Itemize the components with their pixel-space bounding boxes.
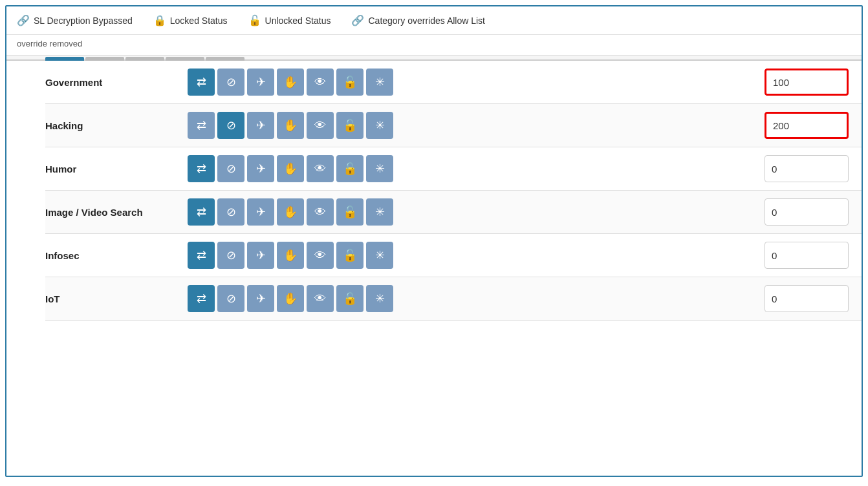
legend-unlocked: 🔓 Unlocked Status [248,14,331,26]
btn-unlock-image-video[interactable]: 🔓 [336,198,363,226]
btn-transfer-infosec[interactable]: ⇄ [188,242,215,269]
btn-transfer-humor[interactable]: ⇄ [188,155,215,182]
subtitle-text: override removed [17,39,82,48]
icon-group-iot: ⇄ ⊘ ✈ ✋ 👁 🔓 ✳ [188,285,765,312]
btn-unlock-hacking[interactable]: 🔓 [336,112,363,139]
btn-eye-iot[interactable]: 👁 [307,285,334,312]
btn-eye-infosec[interactable]: 👁 [307,242,334,269]
btn-block-iot[interactable]: ⊘ [217,285,244,312]
btn-transfer-iot[interactable]: ⇄ [188,285,215,312]
btn-block-infosec[interactable]: ⊘ [217,242,244,269]
value-input-iot[interactable] [765,285,849,312]
tab-3[interactable] [125,57,164,61]
btn-hand-image-video[interactable]: ✋ [277,198,304,226]
btn-eye-government[interactable]: 👁 [307,69,334,96]
tab-bar-inner [45,57,244,61]
row-label-hacking: Hacking [45,120,188,131]
unlocked-icon: 🔓 [248,14,261,26]
icon-group-image-video: ⇄ ⊘ ✈ ✋ 👁 🔓 ✳ [188,198,765,226]
btn-spark-image-video[interactable]: ✳ [366,198,393,226]
btn-unlock-iot[interactable]: 🔓 [336,285,363,312]
btn-airplane-hacking[interactable]: ✈ [247,112,274,139]
locked-label: Locked Status [170,16,228,26]
main-container: 🔗 SL Decryption Bypassed 🔒 Locked Status… [5,5,863,477]
value-input-government[interactable] [765,69,849,96]
btn-block-government[interactable]: ⊘ [217,69,244,96]
table-row: Government ⇄ ⊘ ✈ ✋ 👁 🔓 ✳ [45,61,862,104]
value-input-infosec[interactable] [765,242,849,269]
legend-locked: 🔒 Locked Status [153,14,228,26]
btn-spark-iot[interactable]: ✳ [366,285,393,312]
icon-group-infosec: ⇄ ⊘ ✈ ✋ 👁 🔓 ✳ [188,242,765,269]
table-row: Infosec ⇄ ⊘ ✈ ✋ 👁 🔓 ✳ [45,234,862,277]
btn-block-image-video[interactable]: ⊘ [217,198,244,226]
table-row: Hacking ⇄ ⊘ ✈ ✋ 👁 🔓 ✳ [45,104,862,147]
tab-1[interactable] [45,57,84,61]
row-label-humor: Humor [45,164,188,174]
btn-airplane-image-video[interactable]: ✈ [247,198,274,226]
btn-airplane-government[interactable]: ✈ [247,69,274,96]
btn-spark-government[interactable]: ✳ [366,69,393,96]
btn-airplane-infosec[interactable]: ✈ [247,242,274,269]
value-input-image-video[interactable] [765,198,849,226]
row-label-government: Government [45,77,188,88]
icon-group-hacking: ⇄ ⊘ ✈ ✋ 👁 🔓 ✳ [188,112,765,139]
row-label-iot: IoT [45,293,188,304]
override-icon: 🔗 [351,14,364,26]
row-label-infosec: Infosec [45,250,188,261]
override-label: Category overrides Allow List [368,16,485,26]
legend-bar: 🔗 SL Decryption Bypassed 🔒 Locked Status… [6,6,862,35]
tab-2[interactable] [85,57,124,61]
locked-icon: 🔒 [153,14,166,26]
btn-block-hacking[interactable]: ⊘ [217,112,244,139]
btn-spark-infosec[interactable]: ✳ [366,242,393,269]
btn-eye-image-video[interactable]: 👁 [307,198,334,226]
btn-spark-humor[interactable]: ✳ [366,155,393,182]
category-table: Government ⇄ ⊘ ✈ ✋ 👁 🔓 ✳ Hacking ⇄ ⊘ ✈ ✋… [6,61,862,321]
value-input-humor[interactable] [765,155,849,182]
icon-group-government: ⇄ ⊘ ✈ ✋ 👁 🔓 ✳ [188,69,765,96]
btn-hand-government[interactable]: ✋ [277,69,304,96]
ssl-bypass-label: SL Decryption Bypassed [34,16,133,26]
table-row: Image / Video Search ⇄ ⊘ ✈ ✋ 👁 🔓 ✳ [45,191,862,234]
row-label-image-video: Image / Video Search [45,207,188,218]
legend-ssl-bypass: 🔗 SL Decryption Bypassed [17,14,133,26]
tab-4[interactable] [166,57,204,61]
unlocked-label: Unlocked Status [265,16,331,26]
btn-unlock-infosec[interactable]: 🔓 [336,242,363,269]
icon-group-humor: ⇄ ⊘ ✈ ✋ 👁 🔓 ✳ [188,155,765,182]
btn-block-humor[interactable]: ⊘ [217,155,244,182]
btn-hand-infosec[interactable]: ✋ [277,242,304,269]
btn-airplane-humor[interactable]: ✈ [247,155,274,182]
btn-unlock-humor[interactable]: 🔓 [336,155,363,182]
value-input-hacking[interactable] [765,112,849,139]
table-row: IoT ⇄ ⊘ ✈ ✋ 👁 🔓 ✳ [45,277,862,321]
tab-5[interactable] [206,57,244,61]
btn-eye-humor[interactable]: 👁 [307,155,334,182]
btn-transfer-image-video[interactable]: ⇄ [188,198,215,226]
btn-hand-iot[interactable]: ✋ [277,285,304,312]
legend-override: 🔗 Category overrides Allow List [351,14,485,26]
ssl-bypass-icon: 🔗 [17,14,30,26]
btn-unlock-government[interactable]: 🔓 [336,69,363,96]
btn-airplane-iot[interactable]: ✈ [247,285,274,312]
btn-transfer-government[interactable]: ⇄ [188,69,215,96]
btn-transfer-hacking[interactable]: ⇄ [188,112,215,139]
btn-spark-hacking[interactable]: ✳ [366,112,393,139]
btn-hand-humor[interactable]: ✋ [277,155,304,182]
btn-hand-hacking[interactable]: ✋ [277,112,304,139]
btn-eye-hacking[interactable]: 👁 [307,112,334,139]
subtitle-bar: override removed [6,35,862,56]
tab-bar [6,56,862,61]
table-row: Humor ⇄ ⊘ ✈ ✋ 👁 🔓 ✳ [45,147,862,191]
